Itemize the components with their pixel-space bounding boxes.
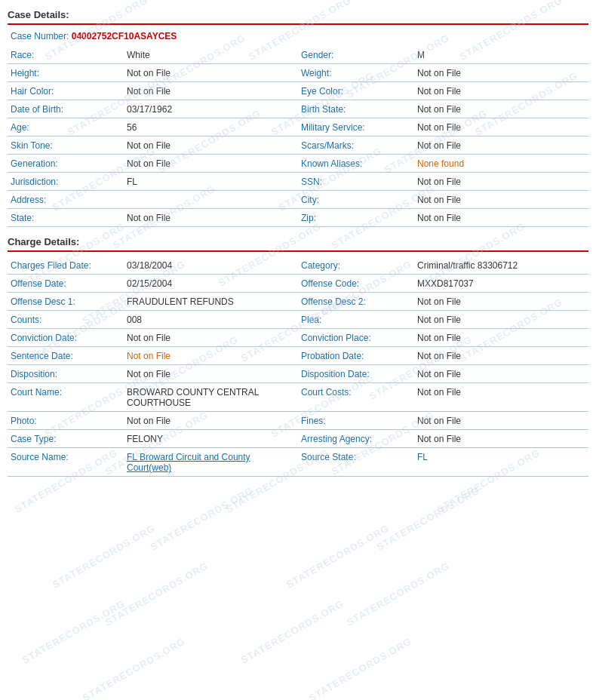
field-label: Offense Desc 1: [8, 293, 124, 311]
field-value: 02/15/2004 [124, 275, 298, 293]
field-label: Plea: [298, 311, 414, 329]
table-row: Generation: Not on File Known Aliases: N… [8, 155, 588, 173]
table-row: Court Name: BROWARD COUNTY CENTRAL COURT… [8, 383, 588, 412]
table-row: Date of Birth: 03/17/1962 Birth State: N… [8, 100, 588, 118]
field-label: Race: [8, 46, 124, 64]
field-value: Not on File [414, 329, 588, 347]
field-label: Military Service: [298, 118, 414, 137]
field-label: State: [8, 209, 124, 227]
charge-details-divider [8, 250, 588, 252]
field-label: Offense Date: [8, 275, 124, 293]
field-label: Sentence Date: [8, 347, 124, 365]
field-label: Weight: [298, 64, 414, 82]
field-label: Conviction Date: [8, 329, 124, 347]
case-number-value: 04002752CF10ASAYCES [72, 31, 177, 41]
field-value: FL [124, 173, 298, 191]
field-value: Not on File [414, 191, 588, 209]
field-value: Criminal/traffic 83306712 [414, 256, 588, 275]
field-value: Not on File [414, 293, 588, 311]
table-row: Hair Color: Not on File Eye Color: Not o… [8, 82, 588, 100]
field-label: Charges Filed Date: [8, 256, 124, 275]
field-value: Not on File [124, 82, 298, 100]
field-label: Court Costs: [298, 383, 414, 412]
field-value: Not on File [414, 383, 588, 412]
field-label: Arresting Agency: [298, 430, 414, 448]
field-label: Court Name: [8, 383, 124, 412]
field-label: Zip: [298, 209, 414, 227]
field-label: Age: [8, 118, 124, 137]
table-row: Height: Not on File Weight: Not on File [8, 64, 588, 82]
field-value: Not on File [414, 347, 588, 365]
table-row: Age: 56 Military Service: Not on File [8, 118, 588, 137]
field-value: Not on File [124, 329, 298, 347]
case-number-row: Case Number: 04002752CF10ASAYCES [8, 29, 588, 46]
field-label: Disposition Date: [298, 365, 414, 383]
field-value: Not on File [414, 430, 588, 448]
field-label: Known Aliases: [298, 155, 414, 173]
field-label: Disposition: [8, 365, 124, 383]
field-value: Not on File [124, 412, 298, 430]
case-details-divider [8, 23, 588, 25]
field-label: Jurisdiction: [8, 173, 124, 191]
personal-info-table: Race: White Gender: M Height: Not on Fil… [8, 46, 588, 227]
field-value: FL [414, 448, 588, 477]
field-value: Not on File [124, 365, 298, 383]
field-label: Probation Date: [298, 347, 414, 365]
field-label: Height: [8, 64, 124, 82]
table-row: Skin Tone: Not on File Scars/Marks: Not … [8, 137, 588, 155]
field-value: BROWARD COUNTY CENTRAL COURTHOUSE [124, 383, 298, 412]
field-value: FL Broward Circuit and County Court(web) [124, 448, 298, 477]
case-details-header: Case Details: [8, 6, 588, 22]
table-row: Race: White Gender: M [8, 46, 588, 64]
field-label: Source Name: [8, 448, 124, 477]
field-value: 008 [124, 311, 298, 329]
field-label: Case Type: [8, 430, 124, 448]
field-label: Birth State: [298, 100, 414, 118]
field-label: Gender: [298, 46, 414, 64]
field-value: Not on File [124, 64, 298, 82]
field-label: Date of Birth: [8, 100, 124, 118]
charges-table: Charges Filed Date: 03/18/2004 Category:… [8, 256, 588, 477]
page-container: Case Details: Case Number: 04002752CF10A… [0, 0, 596, 483]
table-row: State: Not on File Zip: Not on File [8, 209, 588, 227]
field-label: Offense Code: [298, 275, 414, 293]
field-label: Generation: [8, 155, 124, 173]
field-value: Not on File [414, 82, 588, 100]
field-label: Hair Color: [8, 82, 124, 100]
field-value: Not on File [414, 137, 588, 155]
field-label: City: [298, 191, 414, 209]
field-value: Not on File [124, 209, 298, 227]
table-row: Charges Filed Date: 03/18/2004 Category:… [8, 256, 588, 275]
field-value: FRAUDULENT REFUNDS [124, 293, 298, 311]
field-label: Scars/Marks: [298, 137, 414, 155]
table-row: Disposition: Not on File Disposition Dat… [8, 365, 588, 383]
field-value: M [414, 46, 588, 64]
field-value: 03/17/1962 [124, 100, 298, 118]
field-value: Not on File [414, 365, 588, 383]
field-value: Not on File [414, 118, 588, 137]
field-label: Category: [298, 256, 414, 275]
case-number-label: Case Number: [11, 31, 69, 41]
field-value: Not on File [124, 347, 298, 365]
field-value: Not on File [414, 100, 588, 118]
table-row: Offense Desc 1: FRAUDULENT REFUNDS Offen… [8, 293, 588, 311]
field-value: FELONY [124, 430, 298, 448]
field-value: 56 [124, 118, 298, 137]
field-value: Not on File [414, 311, 588, 329]
field-value: None found [414, 155, 588, 173]
field-label: Address: [8, 191, 124, 209]
field-value: Not on File [414, 412, 588, 430]
field-value: MXXD817037 [414, 275, 588, 293]
table-row: Jurisdiction: FL SSN: Not on File [8, 173, 588, 191]
field-value: Not on File [414, 173, 588, 191]
field-label: Skin Tone: [8, 137, 124, 155]
field-value: White [124, 46, 298, 64]
field-label: Photo: [8, 412, 124, 430]
field-label: Source State: [298, 448, 414, 477]
field-value: Not on File [414, 209, 588, 227]
field-label: Counts: [8, 311, 124, 329]
table-row: Photo: Not on File Fines: Not on File [8, 412, 588, 430]
table-row: Source Name: FL Broward Circuit and Coun… [8, 448, 588, 477]
table-row: Address: City: Not on File [8, 191, 588, 209]
field-value: Not on File [124, 155, 298, 173]
